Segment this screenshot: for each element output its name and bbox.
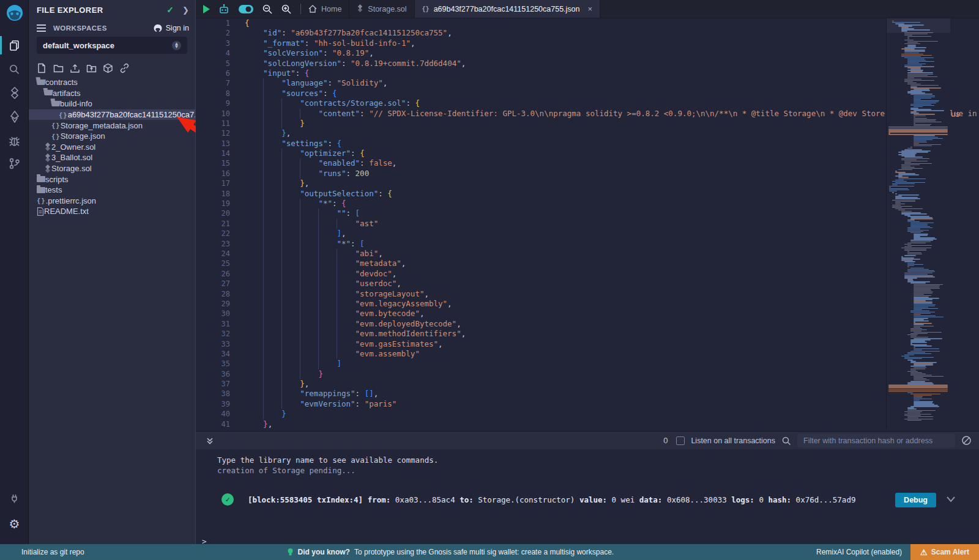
sidebar-item-solidity-compiler[interactable] [0,81,29,105]
code-line[interactable]: 20"": [ [196,208,979,218]
tree-item-a69b43f277ba20fcac141151250ca7-[interactable]: {}a69b43f277ba20fcac141151250ca7... [29,109,195,120]
minimap[interactable] [887,18,950,429]
code-line[interactable]: 7"language": "Solidity", [196,78,979,88]
code-line[interactable]: 35] [196,359,979,369]
copilot-status[interactable]: RemixAI Copilot (enabled) [816,548,902,556]
load-package-button[interactable] [103,63,113,73]
sidebar-item-search[interactable] [0,57,29,81]
listen-all-checkbox[interactable] [676,437,685,445]
code-line[interactable]: 16"runs": 200 [196,169,979,179]
tab-a69b43f277ba20fcac141151250ca755-json[interactable]: {}a69b43f277ba20fcac141151250ca755.json× [415,0,601,18]
terminal-message: creation of Storage pending... [217,466,355,475]
sidebar-item-git[interactable] [0,152,29,175]
tree-item-readme-txt[interactable]: README.txt [29,206,195,217]
code-line[interactable]: 12}, [196,128,979,138]
tab-home[interactable]: Home [301,0,349,18]
zoom-in-icon[interactable] [281,4,292,15]
code-line[interactable]: 29"evm.legacyAssembly", [196,299,979,309]
code-line[interactable]: 4"solcVersion": "0.8.19", [196,48,979,58]
sidebar-item-plugin-manager[interactable] [0,486,29,509]
collapse-terminal-icon[interactable] [206,437,214,445]
transaction-log-row[interactable]: ✓ [block:5583405 txIndex:4] from: 0xa03.… [196,491,979,509]
code-line[interactable]: 5"solcLongVersion": "0.8.19+commit.7dd6d… [196,59,979,68]
code-line[interactable]: 40} [196,409,979,419]
code-line[interactable]: 21"ast" [196,219,979,229]
upload-folder-button[interactable] [86,63,97,73]
code-line[interactable]: 9"contracts/Storage.sol": { [196,98,979,108]
remix-logo-icon[interactable] [5,4,24,23]
sidebar-item-deploy-run[interactable] [0,105,29,128]
code-line[interactable]: 17}, [196,179,979,188]
sidebar-item-settings[interactable]: ⚙ [0,512,29,536]
code-line[interactable]: 33"evm.gasEstimates", [196,339,979,349]
status-bar: Initialize as git repo Did you know? To … [0,544,979,560]
code-line[interactable]: 3"_format": "hh-sol-build-info-1", [196,39,979,48]
code-line[interactable]: 13"settings": { [196,139,979,149]
code-line[interactable]: 27"userdoc", [196,279,979,289]
minimap-slider[interactable] [887,18,950,33]
tree-item-storage-sol[interactable]: Storage.sol [29,163,195,174]
code-line[interactable]: 18"outputSelection": { [196,189,979,199]
tree-item-2-owner-sol[interactable]: 2_Owner.sol [29,142,195,153]
tree-item--prettierrc-json[interactable]: {}.prettierrc.json [29,196,195,207]
code-line[interactable]: 38"remappings": [], [196,389,979,399]
code-line[interactable]: 24"abi", [196,249,979,259]
upload-file-button[interactable] [70,63,80,73]
tree-item-contracts[interactable]: contracts [29,77,195,88]
code-line[interactable]: 1{ [196,18,979,28]
code-line[interactable]: 6"input": { [196,68,979,78]
code-line[interactable]: 19"*": { [196,199,979,208]
link-button[interactable] [119,63,130,73]
code-line[interactable]: 32"evm.methodIdentifiers", [196,329,979,339]
ai-copilot-toggle[interactable] [238,4,254,14]
run-script-button[interactable] [203,5,210,13]
code-line[interactable]: 31"evm.deployedBytecode", [196,319,979,329]
code-line[interactable]: 41}, [196,419,979,429]
create-file-button[interactable] [37,63,47,73]
expand-tx-icon[interactable] [946,496,956,503]
code-line[interactable]: 11} [196,119,979,128]
code-line[interactable]: 22], [196,229,979,238]
code-line[interactable]: 37}, [196,379,979,389]
code-line[interactable]: 26"devdoc", [196,269,979,279]
tree-item-tests[interactable]: tests [29,185,195,196]
ai-assistant-icon[interactable] [218,4,230,15]
code-line[interactable]: 14"optimizer": { [196,149,979,158]
tree-item-scripts[interactable]: scripts [29,174,195,185]
sidebar-item-debugger[interactable] [0,129,29,152]
code-line[interactable]: 10"content": "// SPDX-License-Identifier… [196,109,979,119]
git-init-button[interactable]: Initialize as git repo [0,548,84,556]
create-folder-button[interactable] [53,63,64,73]
tree-item-storage-metadata-json[interactable]: {}Storage_metadata.json [29,120,195,131]
clear-console-icon[interactable] [961,435,972,446]
tree-item-storage-json[interactable]: {}Storage.json [29,131,195,142]
code-line[interactable]: 30"evm.bytecode", [196,309,979,319]
line-number: 14 [196,149,230,158]
code-line[interactable]: 36} [196,369,979,379]
code-line[interactable]: 8"sources": { [196,89,979,98]
code-editor[interactable]: 1{2"id": "a69b43f277ba20fcac141151250ca7… [196,18,979,431]
workspace-select[interactable]: default_workspace ▲▼ [37,37,187,54]
code-line[interactable]: 15"enabled": false, [196,158,979,168]
zoom-out-icon[interactable] [262,4,273,15]
close-tab-icon[interactable]: × [588,4,593,13]
tree-item-artifacts[interactable]: artifacts [29,88,195,99]
code-line[interactable]: 2"id": "a69b43f277ba20fcac141151250ca755… [196,28,979,38]
code-line[interactable]: 23"*": [ [196,239,979,249]
tree-item-build-info[interactable]: build-info [29,98,195,109]
workspace-menu-icon[interactable] [37,23,46,34]
code-line[interactable]: 34"evm.assembly" [196,349,979,359]
code-line[interactable]: 28"storageLayout", [196,289,979,299]
tab-storage-sol[interactable]: Storage.sol [349,0,414,18]
debug-button[interactable]: Debug [895,493,936,507]
scam-alert-button[interactable]: ⚠ Scam Alert [910,544,979,560]
code-line[interactable]: 39"evmVersion": "paris" [196,399,979,409]
chevron-right-icon[interactable]: ❯ [182,6,189,15]
code-line[interactable]: 25"metadata", [196,259,979,268]
tree-item-3-ballot-sol[interactable]: 3_Ballot.sol [29,152,195,163]
terminal-output[interactable]: Type the library name to see available c… [196,449,979,544]
github-sign-in[interactable]: Sign in [153,24,189,33]
sidebar-item-file-explorer[interactable] [0,34,29,57]
bug-icon [9,135,20,147]
transaction-filter-input[interactable] [797,433,955,448]
